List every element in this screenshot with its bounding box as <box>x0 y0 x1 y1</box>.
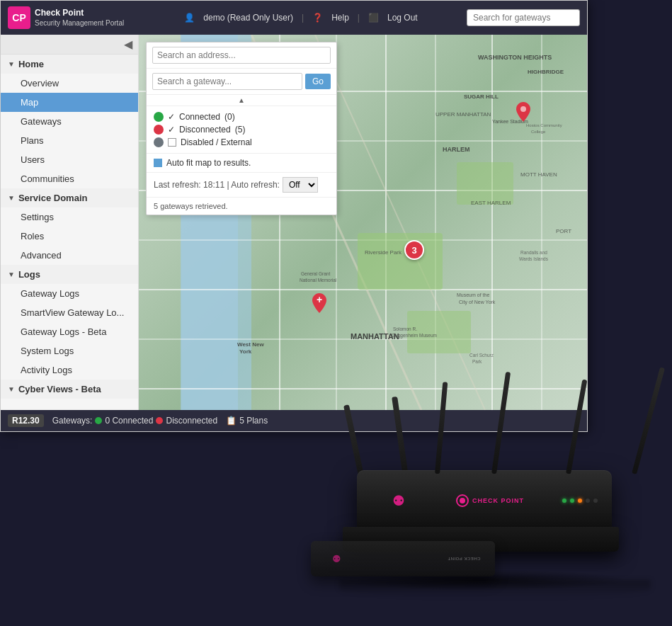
svg-text:Randalls and: Randalls and <box>520 250 547 255</box>
disconnected-status-count: Disconnected <box>166 416 217 426</box>
cp-logo-dot <box>460 498 465 503</box>
logout-link[interactable]: Log Out <box>387 13 418 23</box>
svg-text:UPPER MANHATTAN: UPPER MANHATTAN <box>435 111 491 118</box>
plans-status: 📋 5 Plans <box>226 416 268 426</box>
gateway-search-field[interactable] <box>152 73 302 90</box>
sidebar-item-system-logs[interactable]: System Logs <box>1 341 138 360</box>
service-domain-header[interactable]: ▼ Service Domain <box>1 188 138 207</box>
svg-text:Museum of the: Museum of the <box>457 292 489 297</box>
svg-rect-16 <box>358 233 443 290</box>
refresh-label: Last refresh: 18:11 | Auto refresh: <box>154 180 280 190</box>
go-button[interactable]: Go <box>305 74 331 89</box>
help-link[interactable]: Help <box>331 13 349 23</box>
gateways-retrieved: 5 gateways retrieved. <box>147 198 336 215</box>
svg-text:Solomon R.: Solomon R. <box>393 326 417 331</box>
sidebar-item-gateways[interactable]: Gateways <box>1 112 138 131</box>
svg-text:York: York <box>239 348 252 355</box>
service-arrow-icon: ▼ <box>8 194 15 202</box>
disconnected-check: ✓ <box>168 125 175 135</box>
cp-left-mark: ⚉ <box>392 492 405 509</box>
logout-icon: ⬛ <box>368 13 379 23</box>
connected-status-count: 0 Connected <box>105 416 153 426</box>
map-marker-single-2[interactable]: + <box>312 293 326 316</box>
sidebar-toggle[interactable]: ◀ <box>1 35 138 55</box>
plans-count: 5 Plans <box>239 416 268 426</box>
gateway-search-input[interactable] <box>467 9 580 26</box>
disconnected-label: Disconnected <box>179 125 231 135</box>
router-cp-logo: CHECK POINT <box>456 494 524 507</box>
address-search-input[interactable] <box>152 47 331 64</box>
svg-text:College: College <box>531 130 546 134</box>
sidebar-item-plans[interactable]: Plans <box>1 131 138 150</box>
portal-name: Security Management Portal <box>35 18 124 28</box>
cyber-arrow-icon: ▼ <box>8 385 15 393</box>
svg-text:National Memorial: National Memorial <box>300 278 337 283</box>
router-hardware: CHECK POINT ⚉ ⚉ CHECK POINT <box>297 343 665 612</box>
logs-header[interactable]: ▼ Logs <box>1 265 138 284</box>
map-search-panel: Go ▲ ✓ Connected (0) ✓ Disconnected (5) <box>146 42 337 215</box>
sidebar-item-activity-logs[interactable]: Activity Logs <box>1 360 138 380</box>
autofit-checkbox[interactable] <box>154 159 162 167</box>
map-marker-single-1[interactable] <box>516 102 530 125</box>
secondary-text: CHECK POINT <box>448 557 481 561</box>
sidebar-item-map[interactable]: Map <box>1 93 138 112</box>
address-search-row <box>147 42 336 69</box>
antenna-5 <box>566 379 587 474</box>
svg-text:Wards Islands: Wards Islands <box>519 256 549 261</box>
led-3 <box>578 499 582 503</box>
sidebar-item-communities[interactable]: Communities <box>1 169 138 188</box>
logo-text: Check Point Security Management Portal <box>35 8 124 28</box>
auto-refresh-select[interactable]: Off 30s 1m 5m <box>283 177 318 193</box>
cluster-count[interactable]: 3 <box>404 240 424 260</box>
antenna-4 <box>491 372 511 474</box>
status-items: ✓ Connected (0) ✓ Disconnected (5) Disab… <box>147 106 336 154</box>
router-leds-row <box>562 499 598 503</box>
autofit-label: Auto fit map to results. <box>166 158 251 168</box>
cyber-views-header[interactable]: ▼ Cyber Views - Beta <box>1 380 138 399</box>
secondary-logo: ⚉ <box>332 553 341 564</box>
led-1 <box>562 499 566 503</box>
sidebar: ◀ ▼ Home Overview Map Gateways Plans Use… <box>1 35 139 410</box>
connected-dot <box>154 112 164 122</box>
svg-text:Guggenheim Museum: Guggenheim Museum <box>392 333 437 338</box>
router-secondary: ⚉ CHECK POINT <box>311 541 495 576</box>
secondary-brand: CHECK POINT <box>448 557 481 561</box>
help-icon: ❓ <box>312 13 323 23</box>
sidebar-item-users[interactable]: Users <box>1 150 138 169</box>
svg-text:Hostos Community: Hostos Community <box>526 123 562 127</box>
sidebar-item-settings[interactable]: Settings <box>1 207 138 227</box>
sidebar-item-smartview-logs[interactable]: SmartView Gateway Lo... <box>1 303 138 322</box>
gateways-label: Gateways: <box>52 416 93 426</box>
home-label: Home <box>18 59 44 69</box>
router-main-body: CHECK POINT ⚉ <box>357 470 612 530</box>
disconnected-count: (5) <box>235 125 246 135</box>
cyber-views-section: ▼ Cyber Views - Beta <box>1 380 138 399</box>
svg-text:West New: West New <box>237 341 264 348</box>
header: CP Check Point Security Management Porta… <box>1 1 587 35</box>
svg-text:HIGHBRIDGE: HIGHBRIDGE <box>528 69 564 75</box>
sidebar-item-gateway-logs[interactable]: Gateway Logs <box>1 284 138 303</box>
refresh-row: Last refresh: 18:11 | Auto refresh: Off … <box>147 173 336 198</box>
disabled-checkbox[interactable] <box>168 138 176 147</box>
sidebar-item-advanced[interactable]: Advanced <box>1 246 138 265</box>
map-marker-cluster[interactable]: 3 <box>404 240 424 260</box>
svg-text:Riverside Park: Riverside Park <box>365 249 402 256</box>
service-domain-label: Service Domain <box>18 193 88 203</box>
antenna-6 <box>632 367 665 474</box>
sidebar-item-roles[interactable]: Roles <box>1 227 138 246</box>
led-5 <box>593 499 598 503</box>
disabled-status: Disabled / External <box>154 136 329 149</box>
gateways-status: Gateways: 0 Connected Disconnected <box>52 416 217 426</box>
home-group-header[interactable]: ▼ Home <box>1 55 138 74</box>
led-4 <box>586 499 590 503</box>
svg-point-44 <box>520 106 526 112</box>
disabled-label: Disabled / External <box>181 137 252 147</box>
username: demo (Read Only User) <box>203 13 293 23</box>
svg-text:MOTT HAVEN: MOTT HAVEN <box>520 171 557 178</box>
svg-text:SUGAR HILL: SUGAR HILL <box>464 93 499 100</box>
panel-collapse-button[interactable]: ▲ <box>147 95 336 106</box>
sidebar-item-gateway-logs-beta[interactable]: Gateway Logs - Beta <box>1 322 138 341</box>
cyber-views-label: Cyber Views - Beta <box>18 384 101 394</box>
svg-text:EAST HARLEM: EAST HARLEM <box>471 200 511 206</box>
sidebar-item-overview[interactable]: Overview <box>1 74 138 93</box>
